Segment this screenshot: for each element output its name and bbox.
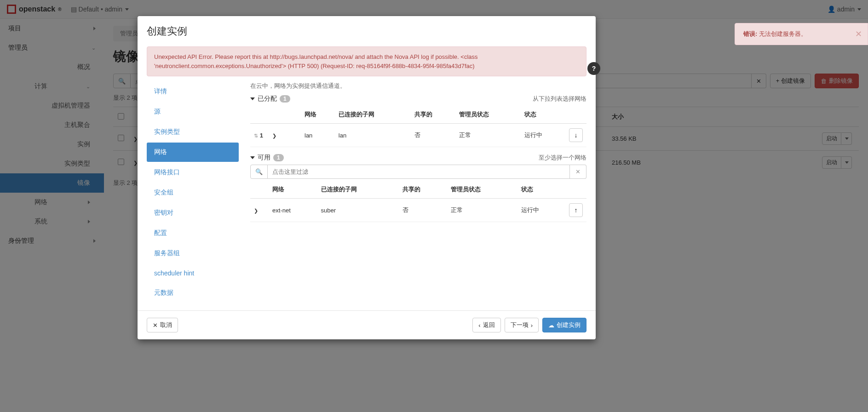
modal-title: 创建实例 xyxy=(138,16,596,19)
create-instance-modal: ? 创建实例 Unexpected API Error. Please repo… xyxy=(138,16,596,19)
